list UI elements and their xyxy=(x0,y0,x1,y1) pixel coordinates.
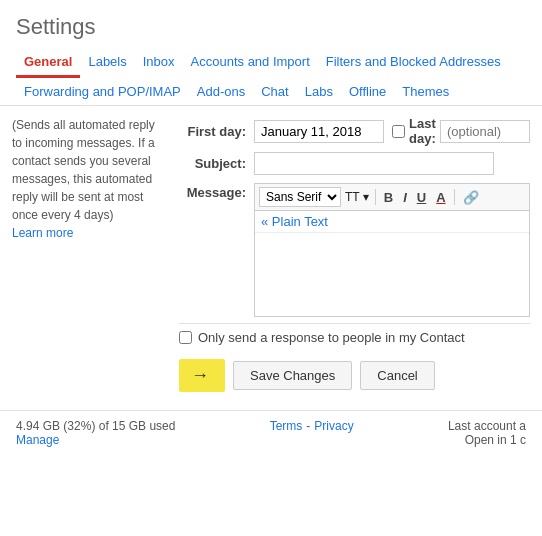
italic-button[interactable]: I xyxy=(399,189,411,206)
toolbar-divider-1 xyxy=(375,189,376,205)
message-toolbar: Sans Serif TT ▾ B I U A 🔗 xyxy=(254,183,530,210)
link-button[interactable]: 🔗 xyxy=(459,189,483,206)
subject-input[interactable] xyxy=(254,152,494,175)
font-color-button[interactable]: A xyxy=(432,189,449,206)
footer-separator: - xyxy=(306,419,310,433)
message-editor: Sans Serif TT ▾ B I U A 🔗 « Plain Text xyxy=(254,181,530,317)
privacy-link[interactable]: Privacy xyxy=(314,419,353,433)
first-day-label: First day: xyxy=(179,124,254,139)
plain-text-link[interactable]: « Plain Text xyxy=(255,211,529,233)
settings-nav: General Labels Inbox Accounts and Import… xyxy=(0,48,542,106)
open-in-text: Open in 1 c xyxy=(465,433,526,447)
left-panel: (Sends all automated reply to incoming m… xyxy=(0,116,175,400)
contacts-label: Only send a response to people in my Con… xyxy=(198,330,465,345)
footer: 4.94 GB (32%) of 15 GB used Manage Terms… xyxy=(0,410,542,455)
tab-general[interactable]: General xyxy=(16,48,80,78)
tab-accounts[interactable]: Accounts and Import xyxy=(183,48,318,78)
last-day-input[interactable] xyxy=(440,120,530,143)
tab-offline[interactable]: Offline xyxy=(341,78,394,105)
last-account-text: Last account a xyxy=(448,419,526,433)
font-size-icon: TT ▾ xyxy=(345,190,369,204)
first-day-input[interactable] xyxy=(254,120,384,143)
terms-link[interactable]: Terms xyxy=(270,419,303,433)
toolbar-divider-2 xyxy=(454,189,455,205)
subject-row: Subject: xyxy=(179,152,530,175)
tab-forwarding[interactable]: Forwarding and POP/IMAP xyxy=(16,78,189,105)
arrow-indicator: → xyxy=(179,359,225,392)
last-day-label: Last day: xyxy=(409,116,436,146)
tab-labels[interactable]: Labels xyxy=(80,48,134,78)
learn-more-link[interactable]: Learn more xyxy=(12,226,73,240)
manage-link[interactable]: Manage xyxy=(16,433,59,447)
subject-label: Subject: xyxy=(179,156,254,171)
tab-labs[interactable]: Labs xyxy=(297,78,341,105)
message-row: Message: Sans Serif TT ▾ B I U A 🔗 « Pl xyxy=(179,181,530,317)
last-day-checkbox[interactable] xyxy=(392,125,405,138)
right-panel: First day: Last day: Subject: Message: S… xyxy=(175,116,542,400)
page-title: Settings xyxy=(0,0,542,48)
tab-inbox[interactable]: Inbox xyxy=(135,48,183,78)
underline-button[interactable]: U xyxy=(413,189,430,206)
bold-button[interactable]: B xyxy=(380,189,397,206)
cancel-button[interactable]: Cancel xyxy=(360,361,434,390)
save-button[interactable]: Save Changes xyxy=(233,361,352,390)
footer-account-info: Last account a Open in 1 c xyxy=(448,419,526,447)
contacts-checkbox[interactable] xyxy=(179,331,192,344)
tab-filters[interactable]: Filters and Blocked Addresses xyxy=(318,48,509,78)
tab-addons[interactable]: Add-ons xyxy=(189,78,253,105)
left-panel-description: (Sends all automated reply to incoming m… xyxy=(12,118,155,222)
first-day-row: First day: Last day: xyxy=(179,116,530,146)
tab-themes[interactable]: Themes xyxy=(394,78,457,105)
message-textarea-wrapper: « Plain Text xyxy=(254,210,530,317)
save-row: → Save Changes Cancel xyxy=(179,351,530,400)
footer-storage: 4.94 GB (32%) of 15 GB used Manage xyxy=(16,419,175,447)
message-label: Message: xyxy=(179,181,254,200)
message-textarea[interactable] xyxy=(255,233,529,313)
font-family-select[interactable]: Sans Serif xyxy=(259,187,341,207)
content-area: (Sends all automated reply to incoming m… xyxy=(0,106,542,410)
tab-chat[interactable]: Chat xyxy=(253,78,296,105)
contacts-row: Only send a response to people in my Con… xyxy=(179,323,530,345)
last-day-area: Last day: xyxy=(392,116,530,146)
footer-links: Terms - Privacy xyxy=(270,419,354,433)
storage-used-text: 4.94 GB (32%) of 15 GB used xyxy=(16,419,175,433)
